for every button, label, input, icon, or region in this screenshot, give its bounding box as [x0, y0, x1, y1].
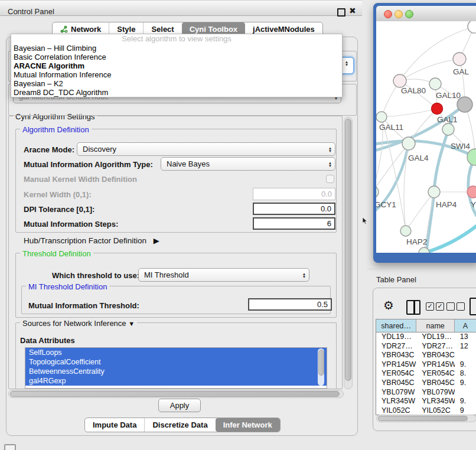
- table-row[interactable]: YBR043CYBR043C: [376, 351, 476, 360]
- node-label: GAL10: [436, 91, 461, 100]
- network-node-gal11[interactable]: [376, 112, 387, 122]
- close-icon[interactable]: ✖: [349, 6, 356, 15]
- node-table[interactable]: shared…nameA YDL19…YDL19…13YDR27…YDR27…1…: [376, 319, 476, 415]
- tab-discretize-data[interactable]: Discretize Data: [144, 418, 215, 432]
- hub-definition-toggle[interactable]: Hub/Transcription Factor Definition ▶: [24, 236, 159, 245]
- mi-threshold-label: Mutual Information Threshold:: [28, 301, 139, 310]
- table-cell: 9.: [455, 379, 476, 388]
- gear-icon[interactable]: ⚙: [383, 298, 394, 312]
- close-traffic-light-icon[interactable]: [384, 10, 392, 18]
- expanded-arrow-icon[interactable]: ▼: [128, 320, 135, 327]
- algorithm-option[interactable]: ARACNE Algorithm: [11, 61, 342, 70]
- table-cell: 12: [455, 342, 476, 351]
- column-header-A[interactable]: A: [455, 319, 476, 332]
- algorithm-option[interactable]: Bayesian – Hill Climbing: [11, 44, 342, 53]
- node-label: GAL11: [379, 123, 403, 132]
- kernel-width-input[interactable]: 0.0: [253, 188, 335, 200]
- scrollbar-thumb[interactable]: [318, 350, 324, 376]
- column-header-shared[interactable]: shared…: [376, 319, 416, 332]
- mi-threshold-input[interactable]: 0.5: [248, 298, 332, 311]
- network-node-gal80[interactable]: [393, 74, 406, 87]
- mi-type-combobox[interactable]: Naive Bayes ▲▼: [161, 157, 335, 171]
- network-canvas[interactable]: GALGAL80GAL10GAL1GAL11SWI4GAL4GCY1HAP4YH…: [376, 21, 476, 253]
- new-table-icon[interactable]: [470, 298, 476, 315]
- attribute-list-item[interactable]: SelfLoops: [25, 348, 327, 357]
- column-header-name[interactable]: name: [416, 319, 455, 332]
- table-cell: YER054C: [376, 369, 416, 379]
- tab-label: Discretize Data: [152, 420, 207, 429]
- algorithm-option[interactable]: Basic Correlation Inference: [11, 53, 342, 61]
- scrollbar-thumb[interactable]: [378, 416, 468, 421]
- collapsed-arrow-icon[interactable]: ▶: [154, 236, 159, 245]
- network-node-swi4[interactable]: [442, 123, 454, 135]
- network-window-titlebar[interactable]: [376, 6, 476, 22]
- attribute-list-item[interactable]: gal4RGexp: [25, 376, 327, 386]
- node-label: Y: [471, 200, 476, 209]
- table-row[interactable]: YIL052CYIL052C9: [376, 406, 476, 415]
- tab-label: jActiveMNodules: [253, 25, 315, 34]
- table-cell: 8.: [455, 369, 476, 379]
- mouse-cursor: [361, 217, 369, 225]
- settings-vertical-scrollbar[interactable]: [344, 117, 353, 389]
- apply-button[interactable]: Apply: [158, 399, 201, 412]
- mi-steps-input[interactable]: 6: [253, 217, 335, 230]
- network-node-y[interactable]: [467, 186, 476, 198]
- table-row[interactable]: YDR27…YDR27…12: [376, 342, 476, 351]
- zoom-traffic-light-icon[interactable]: [405, 10, 413, 18]
- network-node-gal[interactable]: [453, 53, 466, 66]
- show-columns-icon[interactable]: ✓ ✓: [426, 302, 444, 311]
- table-cell: YLR345W: [416, 397, 455, 406]
- table-row[interactable]: YPR145WYPR145W9.: [376, 360, 476, 370]
- tab-impute-data[interactable]: Impute Data: [85, 418, 144, 432]
- scrollbar-thumb[interactable]: [10, 391, 340, 397]
- attribute-list-item[interactable]: TopologicalCoefficient: [25, 357, 327, 367]
- minimize-traffic-light-icon[interactable]: [395, 10, 403, 18]
- table-cell: YDR27…: [416, 342, 455, 351]
- network-node-gal4[interactable]: [402, 137, 415, 150]
- network-node-gal10[interactable]: [429, 78, 441, 90]
- table-cell: YPR145W: [416, 360, 455, 370]
- table-row[interactable]: YDL19…YDL19…13: [376, 332, 476, 342]
- table-cell: YBR043C: [416, 351, 455, 360]
- table-cell: YBR045C: [416, 379, 455, 388]
- network-node-hap2[interactable]: [400, 226, 411, 236]
- manual-kernel-checkbox[interactable]: [326, 175, 334, 183]
- columns-icon[interactable]: [406, 300, 420, 315]
- dpi-tolerance-input[interactable]: 0.0: [253, 203, 335, 215]
- table-row[interactable]: YBL079WYBL079W: [376, 388, 476, 397]
- algorithm-option[interactable]: Mutual Information Inference: [11, 70, 342, 79]
- network-node[interactable]: [467, 149, 476, 165]
- node-label: GCY1: [376, 200, 396, 209]
- network-node-gal1[interactable]: [432, 103, 443, 115]
- float-window-icon[interactable]: [337, 8, 345, 17]
- table-row[interactable]: YBR045CYBR045C9.: [376, 379, 476, 388]
- list-vertical-scrollbar[interactable]: [318, 348, 324, 386]
- which-threshold-combobox[interactable]: MI Threshold ▲▼: [138, 268, 309, 282]
- network-node-gcy1[interactable]: [376, 186, 379, 198]
- network-node[interactable]: [468, 21, 476, 33]
- table-horizontal-scrollbar[interactable]: [376, 415, 476, 422]
- algorithm-option[interactable]: Dream8 DC_TDC Algorithm: [11, 88, 342, 97]
- sources-title-row[interactable]: Sources for Network Inference ▼: [20, 319, 137, 328]
- data-attributes-list[interactable]: SelfLoopsTopologicalCoefficientBetweenne…: [25, 347, 327, 389]
- table-cell: YBL079W: [416, 388, 455, 397]
- settings-horizontal-scrollbar[interactable]: [8, 390, 344, 398]
- hide-columns-icon[interactable]: [446, 302, 465, 311]
- network-node[interactable]: [457, 97, 472, 112]
- node-label: HAP4: [436, 200, 457, 209]
- table-row[interactable]: YER054CYER054C8.: [376, 369, 476, 379]
- table-cell: 13: [455, 332, 476, 342]
- threshold-definition-title: Threshold Definition: [20, 249, 93, 258]
- table-row[interactable]: YLR345WYLR345W9.: [376, 397, 476, 406]
- mi-type-label: Mutual Information Algorithm Type:: [24, 160, 153, 169]
- network-node-hap4[interactable]: [428, 186, 440, 198]
- table-cell: YDL19…: [416, 332, 455, 342]
- tab-infer-network[interactable]: Infer Network: [216, 418, 280, 432]
- aracne-mode-combobox[interactable]: Discovery ▲▼: [77, 142, 335, 156]
- scrollbar-thumb[interactable]: [345, 119, 351, 381]
- hub-definition-label: Hub/Transcription Factor Definition: [24, 236, 146, 245]
- attribute-list-item[interactable]: BetweennessCentrality: [25, 367, 327, 376]
- dock-icon[interactable]: [4, 444, 16, 450]
- algorithm-option[interactable]: Bayesian – K2: [11, 79, 342, 88]
- network-view-window[interactable]: GALGAL80GAL10GAL1GAL11SWI4GAL4GCY1HAP4YH…: [373, 3, 476, 263]
